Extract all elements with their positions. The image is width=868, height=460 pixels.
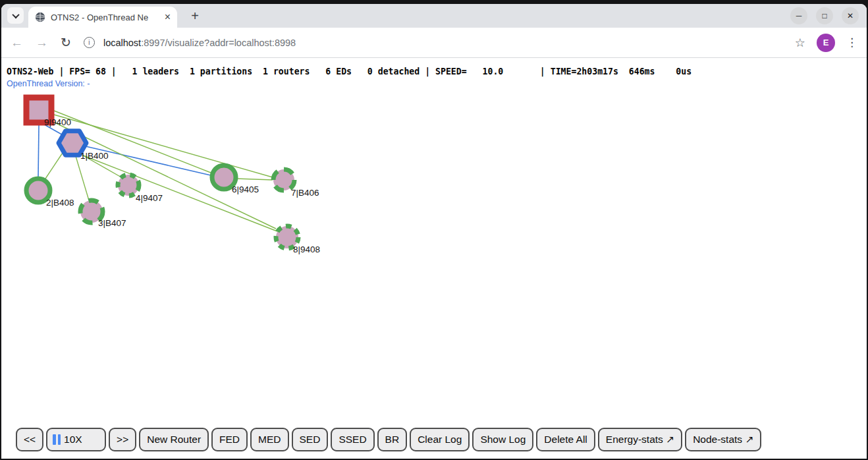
maximize-icon: □ [822,11,827,20]
button-label: MED [258,434,281,446]
button-label: BR [385,434,400,446]
forward-icon[interactable]: → [36,36,48,49]
chevron-down-icon [12,11,19,18]
show-log-button[interactable]: Show Log [472,428,533,451]
button-label: FED [219,434,240,446]
button-label: New Router [147,434,201,446]
button-label: Show Log [480,434,526,446]
minimize-button[interactable]: ─ [790,7,807,24]
minimize-icon: ─ [796,11,802,20]
site-info-icon[interactable]: i [84,37,95,48]
maximize-button[interactable]: □ [816,7,833,24]
speed-up-button[interactable]: >> [109,428,136,451]
simulation-status-line: OTNS2-Web | FPS= 68 | 1 leaders 1 partit… [7,67,692,76]
button-label: SSED [339,434,366,446]
profile-avatar[interactable]: E [817,34,835,52]
bookmark-star-icon[interactable]: ☆ [795,36,805,50]
url-path: :8997/visualize?addr=localhost:8998 [141,38,296,48]
browser-menu-icon[interactable]: ⋮ [846,36,857,49]
button-label: << [24,434,36,446]
url-field[interactable]: localhost:8997/visualize?addr=localhost:… [103,38,296,48]
button-label: 10X [64,434,82,446]
speed-down-button[interactable]: << [16,428,43,451]
url-host: localhost [103,38,141,48]
button-label: Delete All [544,434,587,446]
tab-title: OTNS2 - OpenThread Ne [51,13,151,22]
address-bar: ← → ↻ i localhost:8997/visualize?addr=lo… [1,28,867,58]
energy-stats-button[interactable]: Energy-stats ↗ [598,428,682,451]
simulation-toolbar: <<10X>>New RouterFEDMEDSEDSSEDBRClear Lo… [16,428,761,451]
back-icon[interactable]: ← [11,36,23,49]
new-router-button[interactable]: New Router [139,428,209,451]
browser-frame: OTNS2 - OpenThread Ne × + ─ □ ✕ ← → ↻ i … [1,4,867,459]
add-sed-button[interactable]: SED [292,428,329,451]
add-fed-button[interactable]: FED [211,428,248,451]
tab-strip: OTNS2 - OpenThread Ne × + ─ □ ✕ [1,4,867,28]
close-icon: ✕ [847,11,854,20]
button-label: Clear Log [418,434,462,446]
page-content: OTNS2-Web | FPS= 68 | 1 leaders 1 partit… [1,59,867,459]
tab-search-button[interactable] [7,7,24,24]
close-button[interactable]: ✕ [842,7,859,24]
pause-icon [53,434,61,445]
pause-speed-button[interactable]: 10X [46,428,106,451]
browser-window: { "browser": { "tab_title": "OTNS2 - Ope… [0,0,868,460]
button-label: >> [117,434,128,446]
add-br-button[interactable]: BR [377,428,408,451]
openthread-version-link[interactable]: OpenThread Version: - [7,79,90,88]
tab-otns2[interactable]: OTNS2 - OpenThread Ne × [28,7,177,28]
clear-log-button[interactable]: Clear Log [410,428,470,451]
button-label: Node-stats ↗ [693,434,753,446]
new-tab-button[interactable]: + [186,7,203,24]
window-controls: ─ □ ✕ [790,7,859,24]
add-med-button[interactable]: MED [250,428,288,451]
add-ssed-button[interactable]: SSED [331,428,374,451]
reload-icon[interactable]: ↻ [61,36,71,49]
globe-favicon-icon [35,12,45,22]
tab-close-icon[interactable]: × [165,12,171,22]
delete-all-button[interactable]: Delete All [536,428,595,451]
button-label: Energy-stats ↗ [606,434,674,446]
node-stats-button[interactable]: Node-stats ↗ [685,428,761,451]
button-label: SED [300,434,321,446]
